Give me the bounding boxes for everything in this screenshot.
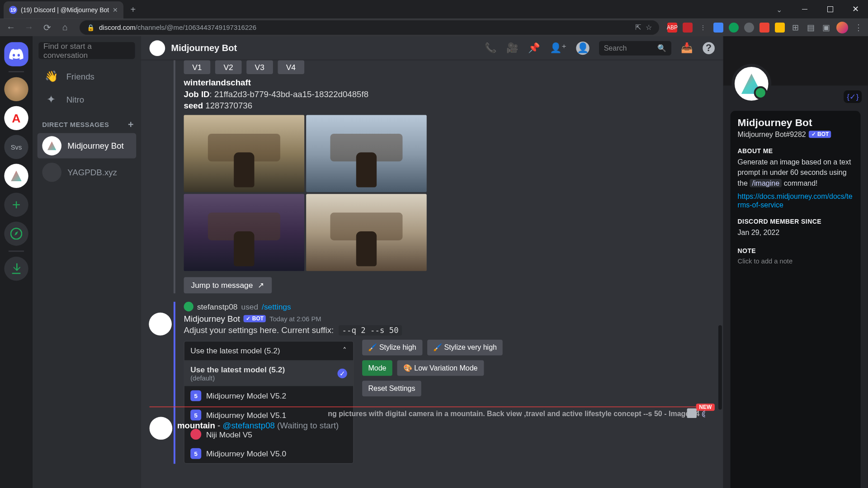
dev-badge-icon[interactable]: {✓} [844, 90, 862, 103]
extension-icon[interactable] [729, 23, 739, 33]
add-friends-icon[interactable]: 👤⁺ [550, 42, 566, 53]
dm-item-label: YAGPDB.xyz [67, 168, 117, 177]
settings-side-buttons: 🖌️ Stylize high 🖌️ Stylize very high Mod… [362, 340, 503, 396]
pinned-messages-icon[interactable]: 📌 [528, 42, 540, 53]
nav-reload-button[interactable]: ⟳ [41, 21, 53, 34]
server-item[interactable] [4, 77, 28, 101]
search-icon: 🔍 [657, 44, 666, 52]
select-head[interactable]: Use the latest model (5.2) ˄ [184, 342, 353, 360]
thumbnail-preview[interactable] [687, 408, 697, 418]
v1-button[interactable]: V1 [184, 60, 211, 74]
side-panel-icon[interactable]: ▤ [806, 23, 816, 33]
generated-image-3[interactable] [184, 194, 305, 271]
browser-chrome: 19 (19) Discord | @Midjourney Bot ✕ + ⌄ … [0, 0, 868, 36]
generated-image-1[interactable] [184, 115, 305, 192]
chrome-menu-icon[interactable]: ⋮ [854, 23, 863, 33]
chrome-profile-avatar[interactable] [836, 22, 848, 33]
waiting-message: mountain - @stefanstp08 (Waiting to star… [177, 420, 339, 430]
reset-settings-button[interactable]: Reset Settings [362, 380, 421, 396]
slash-command-link[interactable]: /settings [262, 302, 291, 311]
prompt-title: winterlandschaft [184, 78, 715, 87]
extensions-puzzle-icon[interactable]: ⊞ [790, 23, 800, 33]
image-grid[interactable] [184, 115, 429, 271]
stylize-very-high-button[interactable]: 🖌️ Stylize very high [427, 340, 503, 356]
midjourney-logo-icon [739, 71, 764, 96]
generated-image-2[interactable] [306, 115, 427, 192]
friends-nav-item[interactable]: 👋 Friends [38, 66, 137, 87]
bookmark-icon[interactable]: ☆ [646, 23, 652, 32]
extension-icon[interactable] [713, 23, 723, 33]
chevron-up-icon: ˄ [343, 346, 347, 355]
window-close-button[interactable]: ✕ [843, 0, 868, 18]
start-video-call-icon[interactable]: 🎥 [506, 42, 519, 53]
nav-forward-button[interactable]: → [23, 21, 35, 34]
model-option-v50[interactable]: 5 Midjourney Model V5.0 [184, 444, 353, 463]
extension-icon[interactable] [775, 23, 785, 33]
extension-icon[interactable] [744, 23, 754, 33]
chat-scroll-area[interactable]: V1 V2 V3 V4 winterlandschaft Job ID: 21f… [141, 60, 723, 488]
dm-item-midjourney[interactable]: Midjourney Bot [38, 133, 137, 159]
close-tab-icon[interactable]: ✕ [113, 6, 118, 14]
server-item[interactable]: Svs [4, 135, 28, 159]
download-apps-button[interactable] [4, 257, 28, 281]
scrollbar[interactable] [718, 66, 722, 484]
note-input[interactable]: Click to add a note [738, 257, 854, 264]
url-text: discord.com/channels/@me/106344374919731… [99, 23, 256, 31]
low-variation-button[interactable]: 🎨 Low Variation Mode [397, 360, 483, 376]
nav-home-button[interactable]: ⌂ [59, 21, 71, 34]
add-server-button[interactable]: + [4, 193, 28, 217]
v3-button[interactable]: V3 [246, 60, 273, 74]
inbox-icon[interactable]: 📥 [681, 42, 693, 53]
v2-button[interactable]: V2 [215, 60, 242, 74]
create-dm-icon[interactable]: + [128, 119, 134, 130]
bot-badge: ✓ BOT [244, 315, 266, 322]
help-icon[interactable]: ? [703, 42, 715, 54]
note-heading: NOTE [738, 247, 854, 254]
model-option-default[interactable]: Use the latest model (5.2) (default) ✓ [184, 361, 353, 386]
window-minimize-button[interactable] [792, 0, 817, 18]
new-tab-button[interactable]: + [126, 3, 140, 17]
explore-button[interactable] [4, 222, 28, 246]
dm-heading: DIRECT MESSAGES + [33, 111, 141, 132]
bot-author-line: Midjourney Bot ✓ BOT Today at 2:06 PM [184, 314, 715, 324]
server-item[interactable]: A [4, 106, 28, 130]
search-input[interactable]: Search 🔍 [599, 41, 671, 55]
extension-icon[interactable] [760, 23, 769, 33]
nav-back-button[interactable]: ← [5, 21, 17, 34]
abp-extension-icon[interactable]: ABP [667, 23, 677, 33]
nitro-nav-item[interactable]: ✦ Nitro [38, 89, 137, 110]
browser-tab[interactable]: 19 (19) Discord | @Midjourney Bot ✕ [4, 1, 123, 19]
start-voice-call-icon[interactable]: 📞 [485, 42, 497, 53]
settings-description: Adjust your settings here. Current suffi… [184, 325, 715, 335]
bot-name[interactable]: Midjourney Bot [184, 314, 240, 324]
v4-button[interactable]: V4 [278, 60, 304, 74]
message-timestamp: Today at 2:06 PM [269, 315, 321, 322]
profile-tag: Midjourney Bot#9282 ✓ BOT [738, 130, 854, 139]
chat-column: Midjourney Bot 📞 🎥 📌 👤⁺ 👤 Search 🔍 📥 ? V [141, 36, 723, 488]
dm-search-input[interactable]: Find or start a conversation [38, 42, 135, 59]
partial-prompt-line: ng pictures with digital camera in a mou… [328, 409, 705, 418]
tabs-dropdown-icon[interactable]: ⌄ [776, 5, 782, 14]
dm-home-button[interactable] [4, 42, 28, 66]
model-option-v52[interactable]: 5 Midjourney Model V5.2 [184, 386, 353, 405]
terms-link[interactable]: https://docs.midjourney.com/docs/terms-o… [738, 192, 854, 209]
stylize-high-button[interactable]: 🖌️ Stylize high [362, 340, 422, 356]
v5-icon: 5 [190, 390, 201, 401]
jump-to-message-button[interactable]: Jump to message ↗ [184, 277, 272, 293]
model-select-dropdown[interactable]: Use the latest model (5.2) ˄ Use the lat… [184, 341, 354, 464]
reading-list-icon[interactable]: ▣ [821, 23, 831, 33]
bot-avatar[interactable] [149, 313, 172, 336]
window-maximize-button[interactable] [817, 0, 843, 18]
dm-item-yagpdb[interactable]: YAGPDB.xyz [38, 160, 137, 185]
generated-image-4[interactable] [306, 194, 427, 271]
url-bar[interactable]: 🔒 discord.com/channels/@me/1063443749197… [80, 20, 659, 35]
interaction-user[interactable]: stefanstp08 [197, 302, 238, 311]
mention-link[interactable]: @stefanstp08 [222, 420, 274, 430]
user-profile-icon[interactable]: 👤 [576, 41, 589, 54]
extension-icon[interactable] [683, 23, 693, 33]
mode-button[interactable]: Mode [362, 360, 392, 376]
server-item[interactable] [4, 164, 28, 188]
bot-avatar[interactable] [150, 417, 173, 440]
share-icon[interactable]: ⇱ [635, 23, 641, 32]
profile-avatar[interactable] [731, 64, 771, 103]
